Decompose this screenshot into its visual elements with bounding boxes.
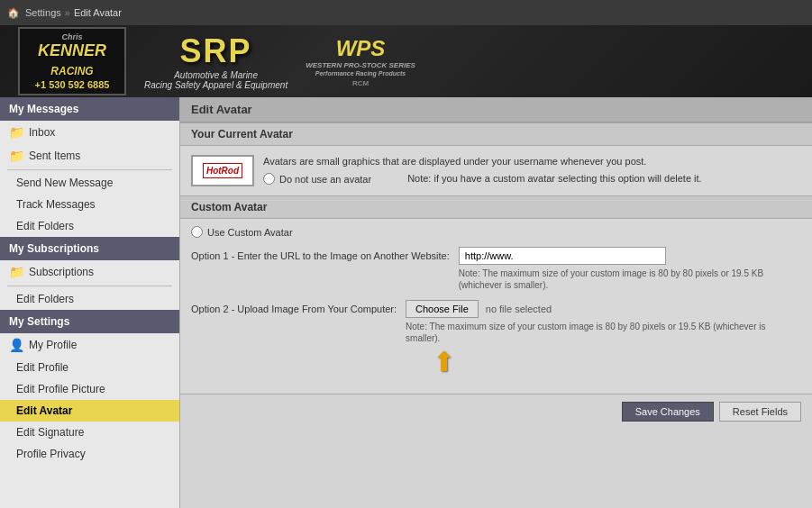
sidebar-section-my-subscriptions: My Subscriptions — [0, 237, 179, 260]
divider-1 — [7, 169, 172, 170]
sidebar-section-my-settings: My Settings — [0, 310, 179, 333]
no-avatar-label: Do not use an avatar — [279, 174, 371, 185]
sidebar-label-sent: Sent Items — [29, 150, 80, 162]
sidebar-label-edit-profile-picture: Edit Profile Picture — [16, 383, 105, 395]
option1-note: Note: The maximum size of your custom im… — [459, 268, 801, 291]
arrow-icon: ⬆ — [433, 346, 455, 377]
custom-avatar-body: Use Custom Avatar Option 1 - Enter the U… — [180, 219, 812, 394]
option2-row: Option 2 - Upload Image From Your Comput… — [191, 300, 801, 377]
home-icon[interactable]: 🏠 — [7, 7, 20, 19]
current-avatar-body: HotRod Avatars are small graphics that a… — [180, 146, 812, 195]
choose-file-button[interactable]: Choose File — [406, 300, 479, 318]
option1-content: Note: The maximum size of your custom im… — [459, 247, 801, 291]
avatar-preview: HotRod — [191, 155, 254, 186]
sidebar-item-my-profile[interactable]: 👤 My Profile — [0, 333, 179, 357]
wps-tagline: WESTERN PRO-STOCK SERIESPerformance Raci… — [306, 61, 415, 77]
person-icon: 👤 — [9, 338, 24, 352]
sidebar-item-edit-signature[interactable]: Edit Signature — [0, 422, 179, 443]
sidebar-item-edit-avatar[interactable]: Edit Avatar — [0, 400, 179, 422]
banner: Chris KENNERRACING +1 530 592 6885 SRP A… — [0, 25, 812, 97]
no-avatar-row: Do not use an avatar — [263, 173, 371, 185]
sidebar-label-edit-folders-sub: Edit Folders — [16, 293, 74, 305]
wps-logo: WPS WESTERN PRO-STOCK SERIESPerformance … — [306, 36, 415, 87]
file-row: Choose File no file selected — [406, 300, 801, 318]
sidebar-item-track-messages[interactable]: Track Messages — [0, 194, 179, 215]
avatar-note: Note: if you have a custom avatar select… — [407, 173, 702, 184]
content-area: Edit Avatar Your Current Avatar HotRod A… — [180, 97, 812, 508]
use-custom-avatar-row: Use Custom Avatar — [191, 226, 801, 238]
sidebar-label-edit-folders-msg: Edit Folders — [16, 220, 74, 232]
sidebar-label-inbox: Inbox — [29, 126, 55, 139]
sidebar-label-edit-profile: Edit Profile — [16, 361, 68, 374]
option2-content: Choose File no file selected Note: The m… — [406, 300, 801, 377]
sidebar-item-profile-privacy[interactable]: Profile Privacy — [0, 443, 179, 465]
srp-logo: SRP Automotive & MarineRacing Safety App… — [144, 32, 287, 90]
current-avatar-header: Your Current Avatar — [180, 122, 812, 146]
avatar-description: Avatars are small graphics that are disp… — [263, 155, 801, 168]
option1-row: Option 1 - Enter the URL to the Image on… — [191, 247, 801, 291]
sidebar-item-inbox[interactable]: 📁 Inbox — [0, 121, 179, 144]
srp-text: SRP — [144, 32, 287, 70]
sidebar-item-send-new-message[interactable]: Send New Message — [0, 172, 179, 194]
option1-label: Option 1 - Enter the URL to the Image on… — [191, 247, 450, 261]
sidebar-label-profile-privacy: Profile Privacy — [16, 448, 86, 460]
folder-icon-subscriptions: 📁 — [9, 265, 24, 279]
arrow-area: ⬆ — [406, 344, 801, 377]
no-avatar-radio[interactable] — [263, 173, 275, 185]
sidebar-item-edit-profile[interactable]: Edit Profile — [0, 357, 179, 378]
use-custom-avatar-label: Use Custom Avatar — [207, 227, 293, 238]
sidebar-item-sent-items[interactable]: 📁 Sent Items — [0, 144, 179, 168]
sidebar-label-send-new-message: Send New Message — [16, 177, 113, 189]
rcm-label: RCM — [306, 79, 415, 87]
sidebar-label-subscriptions: Subscriptions — [29, 266, 94, 278]
wps-text: WPS — [306, 36, 415, 61]
sidebar-item-subscriptions[interactable]: 📁 Subscriptions — [0, 260, 179, 284]
option2-note: Note: The maximum size of your custom im… — [406, 321, 801, 344]
avatar-info-row: HotRod Avatars are small graphics that a… — [191, 155, 801, 186]
divider-2 — [7, 286, 172, 286]
breadcrumb-settings[interactable]: Settings — [25, 7, 61, 18]
avatar-info-texts: Avatars are small graphics that are disp… — [263, 155, 801, 185]
reset-fields-button[interactable]: Reset Fields — [719, 402, 801, 422]
srp-tagline: Automotive & MarineRacing Safety Apparel… — [144, 70, 287, 90]
sidebar-item-edit-profile-picture[interactable]: Edit Profile Picture — [0, 378, 179, 400]
use-custom-avatar-radio[interactable] — [191, 226, 203, 238]
breadcrumb-separator: » — [65, 7, 70, 18]
sidebar-item-edit-folders-msg[interactable]: Edit Folders — [0, 215, 179, 237]
sidebar-label-edit-avatar: Edit Avatar — [16, 404, 72, 417]
no-file-text: no file selected — [486, 304, 552, 314]
top-bar: 🏠 Settings » Edit Avatar — [0, 0, 812, 25]
kenner-phone: +1 530 592 6885 — [27, 79, 117, 90]
folder-icon: 📁 — [9, 125, 24, 140]
sidebar-label-my-profile: My Profile — [29, 339, 77, 351]
custom-avatar-header: Custom Avatar — [180, 195, 812, 219]
sidebar-label-track-messages: Track Messages — [16, 198, 96, 211]
kenner-logo: Chris KENNERRACING +1 530 592 6885 — [18, 27, 126, 95]
main-layout: My Messages 📁 Inbox 📁 Sent Items Send Ne… — [0, 97, 812, 508]
sidebar-item-edit-folders-sub[interactable]: Edit Folders — [0, 288, 179, 310]
panel-title: Edit Avatar — [180, 97, 812, 122]
breadcrumb-current: Edit Avatar — [74, 7, 122, 18]
sidebar: My Messages 📁 Inbox 📁 Sent Items Send Ne… — [0, 97, 180, 508]
sidebar-section-my-messages: My Messages — [0, 97, 179, 121]
sidebar-label-edit-signature: Edit Signature — [16, 426, 84, 439]
save-changes-button[interactable]: Save Changes — [622, 402, 714, 422]
bottom-buttons: Save Changes Reset Fields — [180, 394, 812, 429]
kenner-racing-title: KENNERRACING — [27, 41, 117, 79]
content-panel: Edit Avatar Your Current Avatar HotRod A… — [180, 97, 812, 429]
folder-icon-sent: 📁 — [9, 149, 24, 163]
option2-label: Option 2 - Upload Image From Your Comput… — [191, 300, 397, 314]
url-input[interactable] — [459, 247, 666, 265]
